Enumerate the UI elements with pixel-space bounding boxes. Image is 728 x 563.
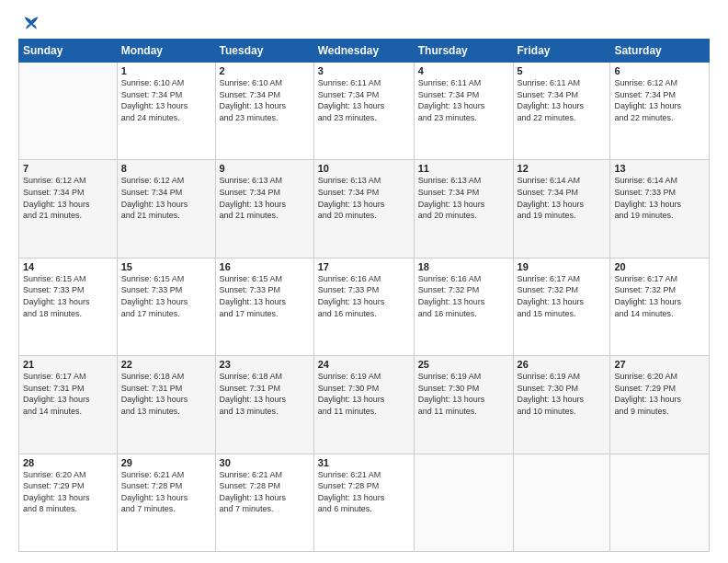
day-info: Sunrise: 6:21 AM Sunset: 7:28 PM Dayligh… — [220, 469, 310, 515]
day-info: Sunrise: 6:13 AM Sunset: 7:34 PM Dayligh… — [418, 175, 509, 221]
day-info: Sunrise: 6:20 AM Sunset: 7:29 PM Dayligh… — [614, 371, 705, 417]
calendar-cell: 21Sunrise: 6:17 AM Sunset: 7:31 PM Dayli… — [19, 356, 118, 454]
header — [18, 15, 710, 29]
day-number: 29 — [121, 457, 211, 468]
day-number: 25 — [418, 359, 509, 370]
calendar-cell — [414, 454, 513, 551]
weekday-header-thursday: Thursday — [414, 40, 513, 63]
day-number: 21 — [23, 359, 113, 370]
day-info: Sunrise: 6:17 AM Sunset: 7:32 PM Dayligh… — [614, 273, 705, 319]
calendar-cell — [610, 454, 710, 551]
calendar-cell: 15Sunrise: 6:15 AM Sunset: 7:33 PM Dayli… — [117, 258, 215, 355]
calendar-cell: 14Sunrise: 6:15 AM Sunset: 7:33 PM Dayli… — [19, 258, 118, 355]
calendar-cell: 7Sunrise: 6:12 AM Sunset: 7:34 PM Daylig… — [19, 160, 118, 258]
day-number: 16 — [220, 261, 310, 272]
page: SundayMondayTuesdayWednesdayThursdayFrid… — [0, 0, 728, 563]
day-number: 31 — [318, 457, 410, 468]
day-number: 6 — [614, 65, 705, 76]
calendar-cell: 2Sunrise: 6:10 AM Sunset: 7:34 PM Daylig… — [215, 63, 313, 160]
day-number: 15 — [121, 261, 211, 272]
day-info: Sunrise: 6:11 AM Sunset: 7:34 PM Dayligh… — [418, 77, 509, 123]
day-info: Sunrise: 6:12 AM Sunset: 7:34 PM Dayligh… — [23, 175, 113, 221]
day-number: 11 — [418, 163, 509, 174]
day-number: 23 — [220, 359, 310, 370]
weekday-header-wednesday: Wednesday — [313, 40, 414, 63]
day-info: Sunrise: 6:19 AM Sunset: 7:30 PM Dayligh… — [318, 371, 410, 417]
weekday-header-row: SundayMondayTuesdayWednesdayThursdayFrid… — [19, 40, 710, 63]
day-number: 4 — [418, 65, 509, 76]
day-info: Sunrise: 6:19 AM Sunset: 7:30 PM Dayligh… — [418, 371, 509, 417]
weekday-header-tuesday: Tuesday — [215, 40, 313, 63]
day-number: 24 — [318, 359, 410, 370]
day-info: Sunrise: 6:17 AM Sunset: 7:32 PM Dayligh… — [518, 273, 607, 319]
day-info: Sunrise: 6:10 AM Sunset: 7:34 PM Dayligh… — [121, 77, 211, 123]
day-number: 13 — [614, 163, 705, 174]
day-info: Sunrise: 6:20 AM Sunset: 7:29 PM Dayligh… — [23, 469, 113, 515]
logo-bird-icon — [22, 15, 40, 33]
day-info: Sunrise: 6:17 AM Sunset: 7:31 PM Dayligh… — [23, 371, 113, 417]
day-number: 10 — [318, 163, 410, 174]
day-number: 28 — [23, 457, 113, 468]
day-info: Sunrise: 6:21 AM Sunset: 7:28 PM Dayligh… — [318, 469, 410, 515]
calendar-cell: 20Sunrise: 6:17 AM Sunset: 7:32 PM Dayli… — [610, 258, 710, 355]
day-info: Sunrise: 6:13 AM Sunset: 7:34 PM Dayligh… — [220, 175, 310, 221]
calendar-cell: 18Sunrise: 6:16 AM Sunset: 7:32 PM Dayli… — [414, 258, 513, 355]
calendar-cell: 22Sunrise: 6:18 AM Sunset: 7:31 PM Dayli… — [117, 356, 215, 454]
calendar-cell: 6Sunrise: 6:12 AM Sunset: 7:34 PM Daylig… — [610, 63, 710, 160]
day-number: 30 — [220, 457, 310, 468]
calendar-cell — [19, 63, 118, 160]
day-info: Sunrise: 6:14 AM Sunset: 7:34 PM Dayligh… — [518, 175, 607, 221]
calendar-table: SundayMondayTuesdayWednesdayThursdayFrid… — [18, 39, 710, 552]
calendar-cell: 23Sunrise: 6:18 AM Sunset: 7:31 PM Dayli… — [215, 356, 313, 454]
day-number: 22 — [121, 359, 211, 370]
calendar-cell: 4Sunrise: 6:11 AM Sunset: 7:34 PM Daylig… — [414, 63, 513, 160]
calendar-cell: 16Sunrise: 6:15 AM Sunset: 7:33 PM Dayli… — [215, 258, 313, 355]
calendar-cell: 24Sunrise: 6:19 AM Sunset: 7:30 PM Dayli… — [313, 356, 414, 454]
weekday-header-sunday: Sunday — [19, 40, 118, 63]
day-number: 26 — [518, 359, 607, 370]
calendar-week-row: 28Sunrise: 6:20 AM Sunset: 7:29 PM Dayli… — [19, 454, 710, 551]
calendar-cell: 11Sunrise: 6:13 AM Sunset: 7:34 PM Dayli… — [414, 160, 513, 258]
calendar-week-row: 7Sunrise: 6:12 AM Sunset: 7:34 PM Daylig… — [19, 160, 710, 258]
day-info: Sunrise: 6:19 AM Sunset: 7:30 PM Dayligh… — [518, 371, 607, 417]
calendar-cell: 26Sunrise: 6:19 AM Sunset: 7:30 PM Dayli… — [513, 356, 610, 454]
calendar-cell: 17Sunrise: 6:16 AM Sunset: 7:33 PM Dayli… — [313, 258, 414, 355]
day-number: 20 — [614, 261, 705, 272]
weekday-header-monday: Monday — [117, 40, 215, 63]
day-info: Sunrise: 6:15 AM Sunset: 7:33 PM Dayligh… — [23, 273, 113, 319]
weekday-header-friday: Friday — [513, 40, 610, 63]
calendar-cell: 13Sunrise: 6:14 AM Sunset: 7:33 PM Dayli… — [610, 160, 710, 258]
calendar-cell: 8Sunrise: 6:12 AM Sunset: 7:34 PM Daylig… — [117, 160, 215, 258]
day-info: Sunrise: 6:21 AM Sunset: 7:28 PM Dayligh… — [121, 469, 211, 515]
day-info: Sunrise: 6:16 AM Sunset: 7:32 PM Dayligh… — [418, 273, 509, 319]
day-number: 19 — [518, 261, 607, 272]
day-number: 5 — [518, 65, 607, 76]
day-info: Sunrise: 6:11 AM Sunset: 7:34 PM Dayligh… — [318, 77, 410, 123]
calendar-cell: 10Sunrise: 6:13 AM Sunset: 7:34 PM Dayli… — [313, 160, 414, 258]
day-info: Sunrise: 6:14 AM Sunset: 7:33 PM Dayligh… — [614, 175, 705, 221]
day-number: 1 — [121, 65, 211, 76]
day-number: 9 — [220, 163, 310, 174]
day-info: Sunrise: 6:13 AM Sunset: 7:34 PM Dayligh… — [318, 175, 410, 221]
day-number: 12 — [518, 163, 607, 174]
calendar-week-row: 14Sunrise: 6:15 AM Sunset: 7:33 PM Dayli… — [19, 258, 710, 355]
calendar-cell: 5Sunrise: 6:11 AM Sunset: 7:34 PM Daylig… — [513, 63, 610, 160]
day-number: 27 — [614, 359, 705, 370]
calendar-week-row: 21Sunrise: 6:17 AM Sunset: 7:31 PM Dayli… — [19, 356, 710, 454]
day-info: Sunrise: 6:15 AM Sunset: 7:33 PM Dayligh… — [220, 273, 310, 319]
day-info: Sunrise: 6:10 AM Sunset: 7:34 PM Dayligh… — [220, 77, 310, 123]
calendar-cell: 28Sunrise: 6:20 AM Sunset: 7:29 PM Dayli… — [19, 454, 118, 551]
calendar-cell: 25Sunrise: 6:19 AM Sunset: 7:30 PM Dayli… — [414, 356, 513, 454]
calendar-cell: 12Sunrise: 6:14 AM Sunset: 7:34 PM Dayli… — [513, 160, 610, 258]
day-info: Sunrise: 6:15 AM Sunset: 7:33 PM Dayligh… — [121, 273, 211, 319]
calendar-cell: 9Sunrise: 6:13 AM Sunset: 7:34 PM Daylig… — [215, 160, 313, 258]
day-number: 14 — [23, 261, 113, 272]
calendar-cell: 27Sunrise: 6:20 AM Sunset: 7:29 PM Dayli… — [610, 356, 710, 454]
calendar-cell: 31Sunrise: 6:21 AM Sunset: 7:28 PM Dayli… — [313, 454, 414, 551]
calendar-cell: 1Sunrise: 6:10 AM Sunset: 7:34 PM Daylig… — [117, 63, 215, 160]
day-info: Sunrise: 6:12 AM Sunset: 7:34 PM Dayligh… — [121, 175, 211, 221]
calendar-week-row: 1Sunrise: 6:10 AM Sunset: 7:34 PM Daylig… — [19, 63, 710, 160]
day-number: 17 — [318, 261, 410, 272]
day-number: 3 — [318, 65, 410, 76]
calendar-cell: 19Sunrise: 6:17 AM Sunset: 7:32 PM Dayli… — [513, 258, 610, 355]
